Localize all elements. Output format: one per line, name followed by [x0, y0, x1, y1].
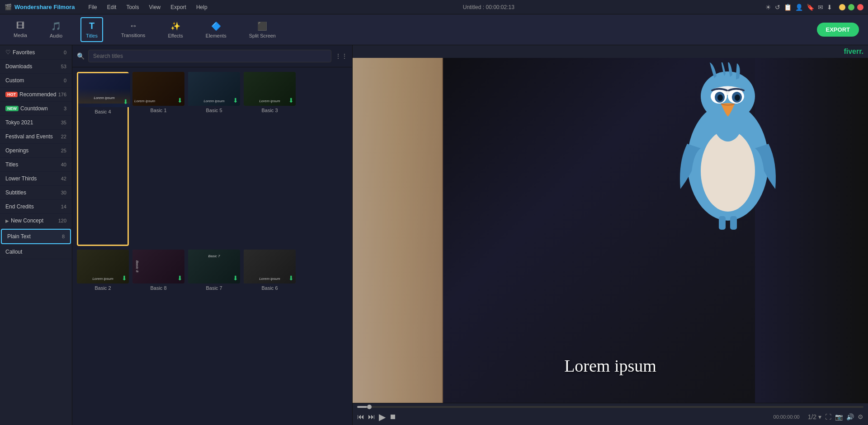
search-icon: 🔍 — [77, 52, 85, 60]
download-icon[interactable]: ⬇ — [827, 4, 832, 11]
fraction-select[interactable]: 1/2 ▾ — [808, 413, 821, 420]
hot-badge: HOT — [5, 92, 18, 97]
split-screen-icon: ⬛ — [257, 21, 267, 31]
media-label: Media — [14, 33, 27, 38]
sidebar-item-callout[interactable]: Callout — [0, 245, 72, 259]
sidebar-item-openings[interactable]: Openings 25 — [0, 144, 72, 158]
sidebar-item-favorites[interactable]: ♡ Favorites 0 — [0, 45, 72, 60]
menu-view[interactable]: View — [144, 2, 165, 12]
callout-label: Callout — [5, 249, 22, 255]
volume-icon[interactable]: 🔊 — [846, 413, 854, 420]
step-back-button[interactable]: ⏭ — [368, 413, 375, 421]
preview-panel: fiverr. — [353, 45, 868, 425]
toolbar-audio[interactable]: 🎵 Audio — [45, 19, 67, 41]
title-card-basic7[interactable]: Basic 7 ⬇ Basic 7 — [188, 250, 240, 421]
titles-icon: T — [89, 21, 94, 31]
mail-icon[interactable]: ✉ — [818, 4, 823, 11]
title-thumb-basic4: Lorem ipsum ⬇ — [78, 73, 130, 107]
sidebar-item-custom[interactable]: Custom 0 — [0, 74, 72, 88]
titles-count: 40 — [61, 162, 66, 167]
grid-layout-icon[interactable]: ⋮⋮ — [335, 52, 348, 60]
title-card-basic4[interactable]: Lorem ipsum ⬇ Basic 4 — [77, 72, 129, 246]
lower-thirds-count: 42 — [61, 176, 66, 181]
bird-character — [656, 62, 800, 234]
toolbar-effects[interactable]: ✨ Effects — [163, 19, 187, 41]
title-card-basic5[interactable]: Lorem ipsum ⬇ Basic 5 — [188, 72, 240, 246]
maximize-button[interactable] — [848, 4, 854, 10]
title-name-basic5: Basic 5 — [188, 108, 240, 113]
refresh-icon[interactable]: ↺ — [775, 4, 780, 11]
sidebar-item-tokyo2021[interactable]: Tokyo 2021 35 — [0, 116, 72, 130]
sidebar-item-new-concept[interactable]: ▶ New Concept 120 — [0, 214, 72, 228]
download-overlay-basic2: ⬇ — [122, 274, 127, 282]
toolbar-split-screen[interactable]: ⬛ Split Screen — [245, 19, 280, 41]
minimize-button[interactable] — [839, 4, 845, 10]
sidebar-item-countdown[interactable]: NEW Countdown 3 — [0, 102, 72, 116]
downloads-label: Downloads — [5, 63, 32, 70]
menu-tools[interactable]: Tools — [122, 2, 143, 12]
menu-help[interactable]: Help — [192, 2, 212, 12]
fullscreen-icon[interactable]: ⛶ — [825, 413, 831, 420]
title-thumb-basic7: Basic 7 ⬇ — [188, 250, 240, 283]
download-overlay-basic1: ⬇ — [177, 97, 183, 104]
close-button[interactable] — [857, 4, 863, 10]
sidebar-item-subtitles[interactable]: Subtitles 30 — [0, 186, 72, 200]
preview-controls: ⏮ ⏭ ▶ ⏹ 00:00:00:00 1/2 ▾ ⛶ 📷 🔊 ⚙ — [353, 403, 868, 425]
title-name-basic6: Basic 6 — [244, 285, 296, 291]
playback-controls: ⏮ ⏭ ▶ ⏹ 00:00:00:00 1/2 ▾ ⛶ 📷 🔊 ⚙ — [357, 411, 863, 422]
toolbar-titles[interactable]: T Titles — [80, 17, 103, 42]
settings-icon[interactable]: ⚙ — [858, 413, 863, 420]
sun-icon[interactable]: ☀ — [765, 4, 771, 11]
menu-file[interactable]: File — [84, 2, 101, 12]
sidebar-item-plain-text[interactable]: Plain Text 8 — [1, 229, 71, 244]
svg-point-9 — [735, 94, 740, 101]
title-thumb-basic8: Basic 8 ⬇ — [132, 250, 184, 283]
sidebar-item-lower-thirds[interactable]: Lower Thirds 42 — [0, 172, 72, 186]
sidebar-item-festival[interactable]: Festival and Events 22 — [0, 130, 72, 144]
top-menu: File Edit Tools View Export Help — [84, 2, 212, 12]
timeline-progress — [357, 406, 367, 408]
title-thumb-basic6: Lorem ipsum ⬇ — [244, 250, 296, 283]
rewind-button[interactable]: ⏮ — [357, 413, 364, 421]
play-button[interactable]: ▶ — [379, 411, 386, 422]
export-button[interactable]: EXPORT — [817, 23, 859, 37]
menu-export[interactable]: Export — [166, 2, 191, 12]
sidebar-item-recommended[interactable]: HOT Recommended 176 — [0, 88, 72, 102]
fiverr-banner: fiverr. — [353, 45, 868, 58]
camera-icon[interactable]: 📷 — [835, 413, 843, 420]
title-card-basic8[interactable]: Basic 8 ⬇ Basic 8 — [132, 250, 184, 421]
toolbar-transitions[interactable]: ↔ Transitions — [117, 19, 150, 41]
clipboard-icon[interactable]: 📋 — [784, 4, 792, 11]
svg-rect-10 — [719, 216, 726, 230]
elements-label: Elements — [206, 33, 226, 38]
top-bar: 🎬 Wondershare Filmora File Edit Tools Vi… — [0, 0, 868, 14]
toolbar-media[interactable]: 🎞 Media — [9, 19, 32, 41]
title-card-basic1[interactable]: Lorem ipsum ⬇ Basic 1 — [132, 72, 184, 246]
download-overlay-basic3: ⬇ — [288, 97, 294, 104]
expand-icon: ▶ — [5, 218, 9, 223]
title-card-basic6[interactable]: Lorem ipsum ⬇ Basic 6 — [244, 250, 296, 421]
main-layout: ♡ Favorites 0 Downloads 53 Custom 0 HOT … — [0, 45, 868, 425]
logo-icon: 🎬 — [5, 4, 12, 10]
search-input[interactable] — [88, 50, 331, 62]
sidebar-item-downloads[interactable]: Downloads 53 — [0, 60, 72, 74]
bookmark-icon[interactable]: 🔖 — [807, 4, 814, 11]
title-thumb-basic2: Lorem ipsum ⬇ — [77, 250, 129, 283]
title-card-basic3[interactable]: Lorem ipsum ⬇ Basic 3 — [244, 72, 296, 246]
window-control-icons: ☀ ↺ 📋 👤 🔖 ✉ ⬇ — [765, 4, 832, 11]
fiverr-logo: fiverr. — [844, 47, 863, 56]
download-overlay-basic7: ⬇ — [233, 274, 238, 282]
user-icon[interactable]: 👤 — [795, 4, 803, 11]
sidebar-item-titles[interactable]: Titles 40 — [0, 158, 72, 172]
app-name: Wondershare Filmora — [14, 4, 75, 10]
openings-count: 25 — [61, 148, 66, 153]
menu-edit[interactable]: Edit — [103, 2, 121, 12]
sidebar-item-end-credits[interactable]: End Credits 14 — [0, 200, 72, 214]
transitions-icon: ↔ — [129, 21, 137, 31]
toolbar-elements[interactable]: 🔷 Elements — [201, 19, 231, 41]
preview-timeline-bar[interactable] — [357, 406, 863, 408]
svg-point-8 — [717, 94, 723, 101]
title-card-basic2[interactable]: Lorem ipsum ⬇ Basic 2 — [77, 250, 129, 421]
stop-button[interactable]: ⏹ — [389, 413, 396, 421]
app-logo: 🎬 Wondershare Filmora — [5, 4, 75, 10]
